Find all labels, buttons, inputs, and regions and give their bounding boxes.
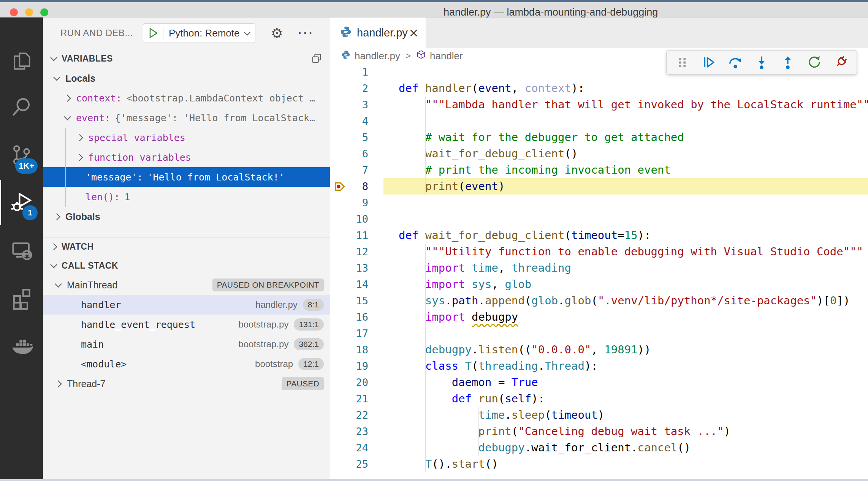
disconnect-button[interactable] [832, 54, 849, 71]
minimize-traffic-light[interactable] [25, 8, 33, 16]
step-into-button[interactable] [753, 54, 770, 71]
gutter[interactable]: 13 [330, 260, 383, 276]
activity-item-remote-explorer[interactable] [0, 229, 43, 274]
code-line-5[interactable]: 5 # wait for the debugger to get attache… [330, 129, 868, 146]
code-line-23[interactable]: 23 print("Canceling debug wait task ..."… [330, 423, 868, 440]
gutter[interactable]: 7 [330, 162, 383, 178]
code-line-25[interactable]: 25 T().start() [330, 456, 868, 472]
gear-icon[interactable]: ⚙ [271, 25, 283, 41]
stackframe-row[interactable]: mainbootstrap.py362:1 [43, 334, 330, 354]
variable-row[interactable]: context:<bootstrap.LambdaContext object … [43, 88, 330, 108]
restart-button[interactable] [806, 54, 823, 71]
watch-section-header[interactable]: WATCH [43, 237, 330, 256]
line-content[interactable]: def wait_for_debug_client(timeout=15): [383, 227, 868, 244]
code-line-10[interactable]: 10 [330, 211, 868, 227]
line-content[interactable]: wait_for_debug_client() [383, 146, 868, 162]
activity-item-extensions[interactable] [0, 277, 43, 321]
line-content[interactable]: # wait for the debugger to get attached [383, 129, 868, 146]
gutter[interactable]: 9 [330, 195, 383, 211]
gutter[interactable]: 16 [330, 309, 383, 325]
code-line-13[interactable]: 13 import time, threading [330, 260, 868, 276]
close-traffic-light[interactable] [10, 8, 18, 16]
breadcrumb-file[interactable]: handler.py [355, 50, 400, 62]
code-line-2[interactable]: 2def handler(event, context): [330, 80, 868, 97]
variable-entry[interactable]: len():1 [43, 187, 330, 207]
code-line-19[interactable]: 19 class T(threading.Thread): [330, 358, 868, 374]
code-line-14[interactable]: 14 import sys, glob [330, 276, 868, 293]
code-line-9[interactable]: 9 [330, 195, 868, 211]
gutter[interactable]: 24 [330, 440, 383, 456]
variables-scope-globals[interactable]: Globals [43, 207, 330, 226]
launch-config-dropdown[interactable]: Python: Remote [143, 23, 255, 43]
gutter[interactable]: 25 [330, 456, 383, 472]
gutter[interactable]: 11 [330, 227, 383, 244]
gutter[interactable]: 12 [330, 244, 383, 260]
gutter[interactable]: 20 [330, 374, 383, 391]
line-content[interactable]: import time, threading [383, 260, 868, 276]
line-content[interactable]: import debugpy [383, 309, 868, 325]
line-content[interactable]: sys.path.append(glob.glob(".venv/lib/pyt… [383, 293, 868, 309]
gutter[interactable]: 23 [330, 423, 383, 440]
callstack-section-header[interactable]: CALL STACK [43, 256, 330, 275]
activity-item-search[interactable] [0, 85, 43, 130]
line-content[interactable]: debugpy.listen(("0.0.0.0", 19891)) [383, 342, 868, 358]
more-actions-icon[interactable]: ··· [298, 25, 314, 41]
code-line-22[interactable]: 22 time.sleep(timeout) [330, 407, 868, 423]
continue-button[interactable] [700, 54, 717, 71]
variables-category[interactable]: special variables [43, 128, 330, 147]
gutter[interactable]: 17 [330, 325, 383, 342]
gutter[interactable]: 6 [330, 146, 383, 162]
line-content[interactable]: print(event) [383, 178, 868, 195]
gutter[interactable]: 1 [330, 64, 383, 80]
line-content[interactable]: T().start() [383, 456, 868, 472]
line-content[interactable]: class T(threading.Thread): [383, 358, 868, 374]
code-line-24[interactable]: 24 debugpy.wait_for_client.cancel() [330, 440, 868, 456]
step-out-button[interactable] [779, 54, 796, 71]
line-content[interactable] [383, 211, 868, 227]
breakpoint-current-line-icon[interactable] [330, 180, 350, 193]
gutter[interactable]: 15 [330, 293, 383, 309]
code-line-3[interactable]: 3 """Lambda handler that will get invoke… [330, 97, 868, 113]
gutter[interactable]: 5 [330, 129, 383, 146]
stackframe-row[interactable]: handle_event_requestbootstrap.py131:1 [43, 315, 330, 334]
line-content[interactable]: import sys, glob [383, 276, 868, 293]
gutter[interactable]: 8 [330, 178, 383, 195]
line-content[interactable] [383, 113, 868, 129]
gutter[interactable]: 10 [330, 211, 383, 227]
thread-row-thread-7[interactable]: Thread-7PAUSED [43, 374, 330, 394]
line-content[interactable]: """Lambda handler that will get invoked … [383, 97, 868, 113]
activity-item-docker[interactable] [0, 324, 43, 369]
line-content[interactable]: time.sleep(timeout) [383, 407, 868, 423]
code-line-16[interactable]: 16 import debugpy [330, 309, 868, 325]
gutter[interactable]: 2 [330, 80, 383, 97]
code-line-11[interactable]: 11def wait_for_debug_client(timeout=15): [330, 227, 868, 244]
stackframe-row[interactable]: handlerhandler.py8:1 [43, 295, 330, 315]
thread-row-mainthread[interactable]: MainThreadPAUSED ON BREAKPOINT [43, 275, 330, 295]
code-line-15[interactable]: 15 sys.path.append(glob.glob(".venv/lib/… [330, 293, 868, 309]
gutter[interactable]: 22 [330, 407, 383, 423]
line-content[interactable]: daemon = True [383, 374, 868, 391]
variables-scope-locals[interactable]: Locals [43, 68, 330, 88]
activity-item-explorer[interactable] [0, 40, 43, 84]
variables-section-header[interactable]: VARIABLES [43, 49, 330, 68]
breadcrumb-symbol[interactable]: handler [430, 50, 463, 62]
gutter[interactable]: 3 [330, 97, 383, 113]
variable-entry[interactable]: 'message':'Hello from LocalStack!' [43, 167, 330, 187]
start-debug-icon[interactable] [147, 27, 159, 39]
activity-item-run-and-debug[interactable]: 1 [0, 180, 43, 225]
code-line-8[interactable]: 8 print(event) [330, 178, 868, 195]
line-content[interactable] [383, 195, 868, 211]
gutter[interactable]: 4 [330, 113, 383, 129]
gutter[interactable]: 19 [330, 358, 383, 374]
gutter[interactable]: 18 [330, 342, 383, 358]
line-content[interactable]: """Utility function to enable debugging … [383, 244, 868, 260]
code-line-20[interactable]: 20 daemon = True [330, 374, 868, 391]
code-line-7[interactable]: 7 # print the incoming invocation event [330, 162, 868, 178]
tab-handler-py[interactable]: handler.py × [330, 17, 426, 48]
activity-item-source-control[interactable]: 1K+ [0, 133, 43, 178]
variables-category[interactable]: function variables [43, 147, 330, 167]
code-line-6[interactable]: 6 wait_for_debug_client() [330, 146, 868, 162]
line-content[interactable]: # print the incoming invocation event [383, 162, 868, 178]
panels-icon[interactable] [311, 53, 322, 64]
maximize-traffic-light[interactable] [40, 8, 48, 16]
